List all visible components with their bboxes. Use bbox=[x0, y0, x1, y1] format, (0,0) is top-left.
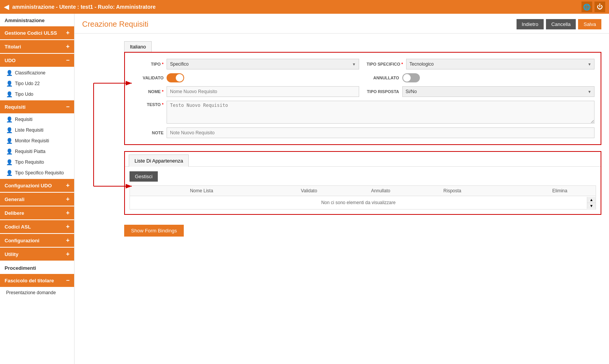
toggle-slider-on bbox=[167, 73, 184, 82]
page-title: Creazione Requisiti bbox=[82, 20, 148, 29]
sidebar-item-fascicolo[interactable]: Fascicolo del titolare − bbox=[0, 274, 74, 287]
sidebar-sub-monitor-requisiti[interactable]: 👤 Monitor Requisiti bbox=[0, 135, 74, 146]
sidebar-sub-requisiti[interactable]: 👤 Requisiti bbox=[0, 114, 74, 125]
tipo-risposta-field-row: TIPO RISPOSTA Si/No Testo Numero ▼ bbox=[367, 86, 595, 97]
table-scroll-buttons: ▲ ▼ bbox=[587, 197, 596, 209]
tipo-risposta-label: TIPO RISPOSTA bbox=[367, 89, 399, 94]
tipo-risposta-select-wrapper: Si/No Testo Numero ▼ bbox=[402, 86, 595, 97]
note-input[interactable] bbox=[167, 127, 594, 138]
plus-icon: + bbox=[66, 209, 70, 216]
col-empty bbox=[488, 186, 524, 196]
globe-icon-btn[interactable]: 🌐 bbox=[581, 2, 592, 12]
sidebar-item-requisiti[interactable]: Requisiti − bbox=[0, 100, 74, 113]
sidebar-sub-presentazione-domande[interactable]: Presentazione domande bbox=[0, 288, 74, 298]
person-icon: 👤 bbox=[6, 159, 13, 165]
indietro-button[interactable]: Indietro bbox=[517, 19, 544, 29]
show-form-bindings-button[interactable]: Show Form Bindings bbox=[124, 225, 184, 237]
sidebar-sub-tipo-requisito[interactable]: 👤 Tipo Requisito bbox=[0, 157, 74, 168]
liste-appartenenza-tab[interactable]: Liste Di Appartenenza bbox=[129, 155, 189, 167]
sidebar-item-titolari[interactable]: Titolari + bbox=[0, 40, 74, 53]
italiano-tab[interactable]: Italiano bbox=[124, 41, 152, 52]
col-risposta: Risposta bbox=[416, 186, 488, 196]
plus-icon: + bbox=[66, 237, 70, 244]
col-validato: Validato bbox=[273, 186, 345, 196]
sidebar-section-title-admin: Amministrazione bbox=[0, 14, 74, 26]
sidebar-item-configurazioni[interactable]: Configurazioni + bbox=[0, 234, 74, 247]
plus-icon: + bbox=[66, 182, 70, 189]
table-header-row: Nome Lista Validato Annullato Risposta bbox=[130, 186, 596, 196]
form-row-1: TIPO * Specifico Generico ▼ bbox=[131, 59, 594, 69]
top-bar-title: amministrazione - Utente : test1 - Ruolo… bbox=[12, 4, 155, 10]
person-icon: 👤 bbox=[6, 116, 13, 122]
annullato-label: ANNULLATO bbox=[367, 76, 399, 80]
sidebar-item-generali[interactable]: Generali + bbox=[0, 193, 74, 206]
testo-label: TESTO * bbox=[131, 101, 164, 107]
toggle-knob bbox=[403, 74, 411, 82]
annullato-toggle[interactable] bbox=[402, 73, 420, 82]
minus-icon: − bbox=[66, 103, 70, 110]
sidebar-sub-tipo-udo-22[interactable]: 👤 Tipo Udo 22 bbox=[0, 78, 74, 89]
toggle-knob bbox=[176, 74, 183, 82]
sidebar-sub-tipo-specifico-requisito[interactable]: 👤 Tipo Specifico Requisito bbox=[0, 168, 74, 178]
note-label: NOTE bbox=[131, 130, 164, 135]
note-field-row: NOTE bbox=[131, 127, 594, 138]
power-icon-btn[interactable]: ⏻ bbox=[594, 2, 605, 12]
sidebar-item-utility[interactable]: Utility + bbox=[0, 248, 74, 261]
form-row-2: VALIDATO ANNULLATO bbox=[131, 73, 594, 82]
minus-icon: − bbox=[66, 277, 70, 284]
sidebar-item-udo[interactable]: UDO − bbox=[0, 54, 74, 67]
nome-label: NOME * bbox=[131, 89, 164, 94]
lists-panel-tab-bar: Liste Di Appartenenza bbox=[125, 152, 601, 167]
validato-field-row: VALIDATO bbox=[131, 73, 359, 82]
sidebar-section-title-procedimenti: Procedimenti bbox=[0, 261, 74, 273]
tipo-risposta-select[interactable]: Si/No Testo Numero bbox=[402, 86, 595, 97]
validato-toggle[interactable] bbox=[167, 73, 184, 82]
lists-panel-body: Gestisci Nome Lista Validato bbox=[125, 167, 601, 214]
salva-button[interactable]: Salva bbox=[578, 19, 601, 29]
plus-icon: + bbox=[66, 196, 70, 203]
sidebar-item-gestione-codici[interactable]: Gestione Codici ULSS + bbox=[0, 26, 74, 39]
testo-textarea[interactable] bbox=[167, 101, 594, 124]
tipo-label: TIPO * bbox=[131, 62, 164, 66]
sidebar-sub-liste-requisiti[interactable]: 👤 Liste Requisiti bbox=[0, 125, 74, 135]
annullato-field-row: ANNULLATO bbox=[367, 73, 595, 82]
tipo-field-row: TIPO * Specifico Generico ▼ bbox=[131, 59, 359, 69]
sidebar-sub-requisiti-piatta[interactable]: 👤 Requisiti Piatta bbox=[0, 146, 74, 157]
person-icon: 👤 bbox=[6, 148, 13, 155]
cancella-button[interactable]: Cancella bbox=[546, 19, 576, 29]
sidebar-sub-classificazione[interactable]: 👤 Classificazione bbox=[0, 68, 74, 78]
gestisci-button[interactable]: Gestisci bbox=[130, 171, 158, 182]
plus-icon: + bbox=[66, 43, 70, 50]
toggle-slider-off bbox=[402, 73, 420, 82]
tipo-select[interactable]: Specifico Generico bbox=[167, 59, 359, 69]
person-icon: 👤 bbox=[6, 127, 13, 133]
tipo-specifico-select-wrapper: Tecnologico Strutturale Organizzativo ▼ bbox=[406, 59, 594, 69]
person-icon: 👤 bbox=[6, 91, 13, 97]
main-content: Creazione Requisiti Indietro Cancella Sa… bbox=[75, 14, 609, 364]
main-layout: Amministrazione Gestione Codici ULSS + T… bbox=[0, 14, 609, 364]
sidebar-item-codici-asl[interactable]: Codici ASL + bbox=[0, 220, 74, 233]
form-row-3: NOME * TIPO RISPOSTA Si/No Testo bbox=[131, 86, 594, 97]
col-nome-lista: Nome Lista bbox=[130, 186, 273, 196]
show-form-bindings-container: Show Form Bindings bbox=[124, 221, 601, 244]
lists-table: Nome Lista Validato Annullato Risposta bbox=[130, 185, 596, 209]
tipo-specifico-field-row: TIPO SPECIFICO * Tecnologico Strutturale… bbox=[367, 59, 595, 69]
scroll-up-button[interactable]: ▲ bbox=[587, 197, 596, 203]
plus-icon: + bbox=[66, 223, 70, 230]
sidebar-item-configurazioni-udo[interactable]: Configurazioni UDO + bbox=[0, 179, 74, 192]
col-elimina: Elimina bbox=[524, 186, 596, 196]
form-panel: TIPO * Specifico Generico ▼ bbox=[124, 52, 601, 145]
person-icon: 👤 bbox=[6, 81, 13, 87]
sidebar-item-delibere[interactable]: Delibere + bbox=[0, 206, 74, 219]
back-arrow-icon: ◀ bbox=[4, 3, 9, 11]
form-section: Italiano TIPO * Specifi bbox=[124, 41, 601, 244]
tipo-specifico-label: TIPO SPECIFICO * bbox=[367, 62, 403, 66]
testo-field-row: TESTO * bbox=[131, 101, 594, 124]
sidebar-sub-tipo-udo[interactable]: 👤 Tipo Udo bbox=[0, 89, 74, 100]
nome-input[interactable] bbox=[167, 86, 359, 97]
nome-field-row: NOME * bbox=[131, 86, 359, 97]
top-bar-left: ◀ amministrazione - Utente : test1 - Ruo… bbox=[4, 3, 155, 11]
person-icon: 👤 bbox=[6, 70, 13, 76]
tipo-specifico-select[interactable]: Tecnologico Strutturale Organizzativo bbox=[406, 59, 594, 69]
scroll-down-button[interactable]: ▼ bbox=[587, 203, 596, 209]
